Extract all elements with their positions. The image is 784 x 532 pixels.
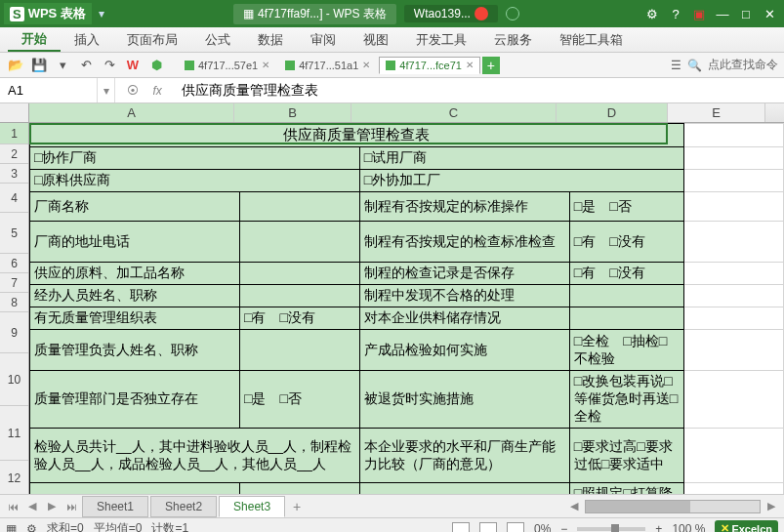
cell[interactable]: 厂商的地址电话 (30, 222, 240, 263)
minimize-button[interactable]: — (712, 7, 733, 21)
cell[interactable]: □是 □否 (240, 483, 360, 495)
menu-dev-tools[interactable]: 开发工具 (402, 27, 480, 52)
cell[interactable]: □全检 □抽检□不检验 (569, 330, 683, 371)
menu-view[interactable]: 视图 (350, 27, 402, 52)
col-header-e[interactable]: E (668, 103, 765, 122)
cell-empty[interactable] (683, 483, 783, 495)
search-icon[interactable]: 🔍 (687, 59, 702, 72)
new-tab-button[interactable]: + (482, 57, 500, 74)
cube-icon[interactable]: ⬢ (146, 56, 166, 75)
tab-nav-prev-icon[interactable]: ◀ (23, 500, 41, 512)
cell[interactable]: 检验人员共计__人，其中进料验收人员__人，制程检验人员__人，成品检验人员__… (30, 429, 360, 483)
pin-icon[interactable]: ▣ (688, 7, 710, 21)
sheet-tab-2[interactable]: Sheet2 (150, 496, 217, 517)
hscroll-left-icon[interactable]: ◀ (565, 500, 583, 512)
maximize-button[interactable]: □ (735, 7, 757, 21)
cancel-formula-icon[interactable]: ⦿ (127, 84, 139, 98)
cell[interactable]: □照规定□打算降低 (569, 483, 683, 495)
cell[interactable]: □原料供应商 (30, 170, 360, 192)
cell[interactable]: □试用厂商 (359, 147, 683, 170)
row-header-8[interactable]: 8 (0, 293, 28, 312)
open-icon[interactable]: 📂 (6, 56, 25, 75)
cell-reference-box[interactable]: A1 (0, 78, 98, 102)
file-tab-1[interactable]: 4f717...57e1✕ (178, 57, 276, 74)
status-settings-icon[interactable]: ⚙ (26, 522, 37, 533)
close-button[interactable]: ✕ (759, 7, 780, 21)
close-icon[interactable]: ✕ (262, 60, 269, 70)
search-placeholder[interactable]: 点此查找命令 (708, 57, 778, 73)
tab-nav-next-icon[interactable]: ▶ (43, 500, 61, 512)
cell[interactable]: 被退货时实施措施 (359, 371, 569, 429)
cell[interactable] (569, 285, 683, 307)
cell-empty[interactable] (683, 263, 783, 285)
cell-empty[interactable] (683, 170, 783, 192)
menu-formula[interactable]: 公式 (191, 27, 244, 52)
cells-area[interactable]: 供应商质量管理检查表 □协作厂商□试用厂商 □原料供应商□外协加工厂 厂商名称制… (29, 123, 784, 494)
name-box-dropdown-icon[interactable]: ▾ (98, 78, 115, 102)
wps-w-icon[interactable]: W (123, 56, 143, 75)
file-tab-2[interactable]: 4f717...51a1✕ (278, 57, 377, 74)
tab-nav-last-icon[interactable]: ⏭ (62, 501, 80, 512)
cell[interactable]: 质量管理负责人姓名、职称 (30, 330, 240, 371)
col-header-d[interactable]: D (557, 103, 668, 122)
cell[interactable] (240, 263, 360, 285)
cell-empty[interactable] (683, 124, 783, 147)
cell-empty[interactable] (683, 147, 783, 170)
save-dd-icon[interactable]: ▾ (53, 56, 72, 75)
file-tab-3[interactable]: 4f717...fce71✕ (379, 57, 480, 74)
zoom-out-icon[interactable]: − (560, 522, 567, 533)
cell[interactable]: 不良率能否降低 (359, 483, 569, 495)
document-tab-inactive[interactable]: Wtao139... (404, 5, 498, 22)
cell[interactable]: 本企业要求的水平和厂商生产能力比较（厂商的意见） (359, 429, 569, 483)
row-header-10[interactable]: 10 (0, 353, 28, 406)
cell[interactable]: □是 □否 (569, 192, 683, 222)
save-icon[interactable]: 💾 (29, 56, 49, 75)
menu-cloud[interactable]: 云服务 (480, 27, 546, 52)
zoom-in-icon[interactable]: + (655, 522, 662, 533)
cell[interactable] (240, 285, 360, 307)
cell-empty[interactable] (683, 285, 783, 307)
zoom-knob[interactable] (611, 524, 619, 533)
app-menu-dropdown-icon[interactable]: ▾ (92, 7, 111, 20)
row-header-5[interactable]: 5 (0, 213, 28, 254)
cell-empty[interactable] (683, 330, 783, 371)
redo-icon[interactable]: ↷ (100, 56, 119, 75)
row-header-4[interactable]: 4 (0, 184, 28, 213)
menu-page-layout[interactable]: 页面布局 (113, 27, 191, 52)
cell-title[interactable]: 供应商质量管理检查表 (30, 124, 684, 147)
view-page-icon[interactable] (479, 522, 497, 533)
cell[interactable]: □要求过高□要求过低□要求适中 (569, 429, 683, 483)
fx-label[interactable]: fx (152, 84, 161, 98)
cell[interactable]: 产成品检验如何实施 (359, 330, 569, 371)
row-header-3[interactable]: 3 (0, 164, 28, 184)
cell-empty[interactable] (683, 222, 783, 263)
cell[interactable]: □改换包装再说□等催货急时再送□全检 (569, 371, 683, 429)
zoom-level[interactable]: 100 % (672, 522, 705, 533)
row-header-6[interactable]: 6 (0, 254, 28, 273)
menu-smart-toolbox[interactable]: 智能工具箱 (546, 27, 637, 52)
cell[interactable]: 制程的检查记录是否保存 (359, 263, 569, 285)
hscroll-right-icon[interactable]: ▶ (763, 500, 780, 512)
select-all-corner[interactable] (0, 103, 29, 122)
row-header-7[interactable]: 7 (0, 273, 28, 293)
cell[interactable] (240, 192, 360, 222)
cell[interactable]: □是 □否 (240, 371, 360, 429)
add-sheet-button[interactable]: + (287, 499, 307, 514)
row-header-12[interactable]: 12 (0, 461, 28, 494)
document-tab-active[interactable]: ▦ 4f717ffa9f...] - WPS 表格 (233, 4, 396, 24)
help-icon[interactable]: ? (665, 7, 686, 21)
menu-review[interactable]: 审阅 (297, 27, 350, 52)
cell[interactable] (569, 307, 683, 330)
row-header-1[interactable]: 1 (0, 123, 28, 144)
cell-empty[interactable] (683, 371, 783, 429)
scrollbar-thumb[interactable] (586, 501, 690, 512)
cell[interactable]: 供应的原料、加工品名称 (30, 263, 240, 285)
menu-data[interactable]: 数据 (244, 27, 297, 52)
cell[interactable]: 检验人员是否兼做其他工作 (30, 483, 240, 495)
menu-start[interactable]: 开始 (8, 27, 61, 52)
formula-content[interactable]: 供应商质量管理检查表 (174, 82, 784, 100)
sync-status-icon[interactable] (506, 7, 519, 20)
cell[interactable]: □有 □没有 (569, 263, 683, 285)
cell[interactable]: 有无质量管理组织表 (30, 307, 240, 330)
cell[interactable]: 制程中发现不合格的处理 (359, 285, 569, 307)
